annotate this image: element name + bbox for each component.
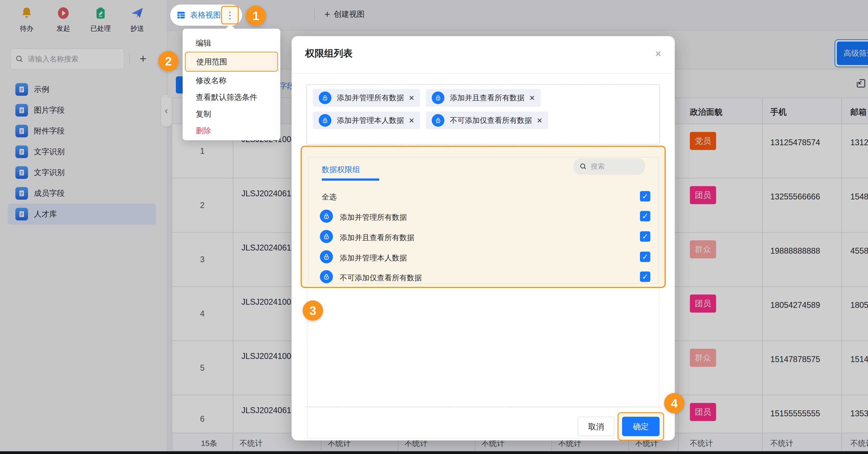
- tag-label: 添加并且查看所有数据: [450, 93, 524, 103]
- select-all-checkbox[interactable]: ✓: [640, 191, 650, 201]
- menu-item-usage-scope[interactable]: 使用范围: [185, 52, 278, 72]
- lock-icon: [320, 250, 333, 263]
- view-context-menu: 编辑 使用范围 修改名称 查看默认筛选条件 复制 删除: [183, 29, 280, 140]
- lock-icon: [319, 114, 331, 127]
- permission-checkbox[interactable]: ✓: [640, 252, 650, 262]
- permission-tag: 添加并管理所有数据 ×: [313, 89, 420, 107]
- menu-item-delete[interactable]: 删除: [183, 122, 280, 139]
- menu-item-rename[interactable]: 修改名称: [183, 72, 280, 89]
- menu-item-default-filters[interactable]: 查看默认筛选条件: [183, 89, 280, 105]
- remove-tag-icon[interactable]: ×: [537, 116, 542, 126]
- table-view-icon: [176, 10, 186, 20]
- lock-icon: [319, 92, 331, 104]
- permission-group-label: 添加并管理本人数据: [340, 253, 407, 263]
- data-permission-panel: 数据权限组 搜索 全选 ✓ 添加并管理所有数据 ✓ 添加并且查看所有数据 ✓ 添…: [301, 146, 666, 288]
- tag-label: 添加并管理所有数据: [337, 93, 404, 103]
- lock-icon: [432, 114, 444, 127]
- lock-icon: [320, 209, 333, 223]
- search-placeholder: 搜索: [591, 162, 604, 171]
- tour-step-badge-3: 3: [303, 300, 323, 321]
- remove-tag-icon[interactable]: ×: [409, 93, 414, 103]
- confirm-button[interactable]: 确定: [622, 417, 659, 436]
- permission-group-label: 添加并管理所有数据: [340, 212, 407, 223]
- permission-checkbox[interactable]: ✓: [640, 231, 650, 242]
- selected-permission-tags: 添加并管理所有数据 × 添加并且查看所有数据 × 添加并管理本人数据 × 不可添…: [306, 84, 660, 145]
- permission-group-modal: 权限组列表 × 添加并管理所有数据 × 添加并且查看所有数据 × 添加并管理本人…: [291, 36, 675, 441]
- select-all-label: 全选: [322, 192, 337, 202]
- tour-step-badge-1: 1: [246, 6, 266, 26]
- permission-search[interactable]: 搜索: [573, 158, 645, 175]
- tag-label: 添加并管理本人数据: [337, 116, 404, 126]
- permission-group-label: 添加并且查看所有数据: [340, 233, 414, 243]
- active-tab-underline: [322, 179, 379, 181]
- permission-tag: 添加并管理本人数据 ×: [313, 111, 420, 129]
- lock-icon: [432, 92, 444, 104]
- permission-checkbox[interactable]: ✓: [640, 211, 650, 221]
- permission-group-label: 不可添加仅查看所有数据: [340, 273, 422, 283]
- cancel-button[interactable]: 取消: [578, 417, 614, 436]
- tab-data-permission-group[interactable]: 数据权限组: [322, 164, 360, 175]
- view-tab-label: 表格视图: [190, 10, 221, 20]
- modal-title: 权限组列表: [305, 47, 352, 60]
- close-icon[interactable]: ×: [655, 47, 661, 60]
- tag-label: 不可添加仅查看所有数据: [450, 116, 532, 126]
- remove-tag-icon[interactable]: ×: [529, 93, 535, 103]
- search-icon: [579, 163, 587, 170]
- view-more-menu-button[interactable]: ⋮: [221, 6, 239, 24]
- tour-step-badge-4: 4: [664, 393, 684, 413]
- divider: [291, 73, 675, 74]
- permission-tag: 添加并且查看所有数据 ×: [426, 89, 540, 107]
- remove-tag-icon[interactable]: ×: [409, 116, 414, 126]
- menu-item-duplicate[interactable]: 复制: [183, 105, 280, 122]
- app-window: 待办 发起 已处理 抄送 + 示例: [0, 0, 868, 454]
- permission-checkbox[interactable]: ✓: [640, 271, 650, 282]
- lock-icon: [320, 230, 333, 243]
- divider: [305, 407, 661, 407]
- tour-step-badge-2: 2: [158, 51, 179, 71]
- menu-item-edit[interactable]: 编辑: [183, 35, 280, 51]
- permission-tag: 不可添加仅查看所有数据 ×: [426, 111, 548, 129]
- lock-icon: [320, 270, 333, 283]
- confirm-highlight-ring: 确定: [618, 412, 664, 441]
- current-view-tab[interactable]: 表格视图 ⋮: [170, 4, 242, 26]
